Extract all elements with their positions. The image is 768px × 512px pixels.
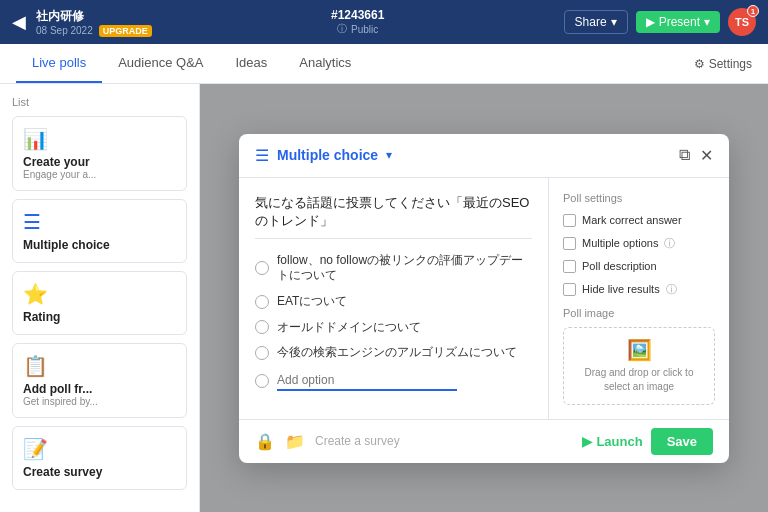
sidebar-item-addpoll-sub: Get inspired by... (23, 396, 176, 407)
setting-row-multiple: Multiple options ⓘ (563, 236, 715, 251)
sidebar-item-add-poll[interactable]: 📋 Add poll fr... Get inspired by... (12, 343, 187, 418)
setting-label-correct: Mark correct answer (582, 214, 682, 226)
modal-header: ☰ Multiple choice ▾ ⧉ ✕ (239, 134, 729, 178)
multiple-options-info-icon: ⓘ (664, 236, 675, 251)
save-button[interactable]: Save (651, 428, 713, 455)
list-icon: ☰ (23, 210, 176, 234)
chart-icon: 📊 (23, 127, 176, 151)
option-text-2: EATについて (277, 294, 347, 310)
sidebar-item-create-sub: Engage your a... (23, 169, 176, 180)
launch-button[interactable]: ▶ Launch (582, 434, 642, 449)
back-icon: ◀ (12, 11, 26, 33)
top-bar-center: #1243661 ⓘ Public (331, 8, 384, 36)
setting-label-hide: Hide live results (582, 283, 660, 295)
image-drop-text: Drag and drop or click to select an imag… (574, 366, 704, 394)
modal-title-area: ☰ Multiple choice ▾ (255, 146, 392, 165)
poll-image-label: Poll image (563, 307, 715, 319)
option-text-3: オールドドメインについて (277, 320, 421, 336)
modal-overlay: ☰ Multiple choice ▾ ⧉ ✕ 気になる話題に投票してください「… (200, 84, 768, 512)
modal-right-panel: Poll settings Mark correct answer Multip… (549, 178, 729, 419)
workspace-name: 社内研修 (36, 8, 152, 25)
setting-checkbox-description[interactable] (563, 260, 576, 273)
avatar-badge: 1 (747, 5, 759, 17)
setting-checkbox-correct[interactable] (563, 214, 576, 227)
setting-checkbox-multiple[interactable] (563, 237, 576, 250)
setting-row-description: Poll description (563, 260, 715, 273)
clipboard-icon: 📋 (23, 354, 176, 378)
top-bar-left: ◀ 社内研修 08 Sep 2022 UPGRADE (12, 8, 152, 37)
sidebar-item-multiple-choice[interactable]: ☰ Multiple choice (12, 199, 187, 263)
setting-checkbox-hide[interactable] (563, 283, 576, 296)
top-bar-right: Share ▾ ▶ Present ▾ TS 1 (564, 8, 756, 36)
option-row-4: 今後の検索エンジンのアルゴリズムについて (255, 345, 532, 361)
survey-folder-icon: 📁 (285, 432, 305, 451)
upgrade-badge[interactable]: UPGRADE (99, 25, 152, 37)
setting-row-hide: Hide live results ⓘ (563, 282, 715, 297)
option-text-4: 今後の検索エンジンのアルゴリズムについて (277, 345, 517, 361)
star-icon: ⭐ (23, 282, 176, 306)
tab-audience-qa[interactable]: Audience Q&A (102, 44, 219, 83)
sidebar-item-create[interactable]: 📊 Create your Engage your a... (12, 116, 187, 191)
option-radio-2[interactable] (255, 295, 269, 309)
launch-play-icon: ▶ (582, 434, 592, 449)
notes-icon: 📝 (23, 437, 176, 461)
modal-left-panel: 気になる話題に投票してください「最近のSEOのトレンド」 follow、no f… (239, 178, 549, 419)
modal: ☰ Multiple choice ▾ ⧉ ✕ 気になる話題に投票してください「… (239, 134, 729, 463)
footer-left: 🔒 📁 Create a survey (255, 432, 400, 451)
setting-row-correct: Mark correct answer (563, 214, 715, 227)
settings-link[interactable]: ⚙ Settings (694, 57, 752, 71)
setting-label-multiple: Multiple options (582, 237, 658, 249)
add-option-input[interactable] (277, 371, 457, 391)
multiple-choice-icon: ☰ (255, 146, 269, 165)
sidebar-item-survey-title: Create survey (23, 465, 176, 479)
image-drop-icon: 🖼️ (627, 338, 652, 362)
create-survey-button[interactable]: Create a survey (315, 434, 400, 448)
option-radio-4[interactable] (255, 346, 269, 360)
option-radio-add (255, 374, 269, 388)
footer-right: ▶ Launch Save (582, 428, 713, 455)
present-button[interactable]: ▶ Present ▾ (636, 11, 720, 33)
avatar[interactable]: TS 1 (728, 8, 756, 36)
question-text: 気になる話題に投票してください「最近のSEOのトレンド」 (255, 194, 532, 239)
option-row-2: EATについて (255, 294, 532, 310)
sidebar-item-create-survey[interactable]: 📝 Create survey (12, 426, 187, 490)
option-text-1: follow、no followの被リンクの評価アップデートについて (277, 253, 532, 284)
sidebar: List 📊 Create your Engage your a... ☰ Mu… (0, 84, 200, 512)
copy-icon[interactable]: ⧉ (679, 146, 690, 164)
poll-status: ⓘ Public (337, 22, 378, 36)
sidebar-item-create-title: Create your (23, 155, 176, 169)
tabs: Live polls Audience Q&A Ideas Analytics (16, 44, 367, 83)
hide-results-info-icon: ⓘ (666, 282, 677, 297)
share-chevron-icon: ▾ (611, 15, 617, 29)
back-button[interactable]: ◀ (12, 11, 26, 33)
option-radio-3[interactable] (255, 320, 269, 334)
modal-type-chevron-icon[interactable]: ▾ (386, 148, 392, 162)
add-option-row (255, 371, 532, 391)
option-radio-1[interactable] (255, 261, 269, 275)
option-row-3: オールドドメインについて (255, 320, 532, 336)
poll-id: #1243661 (331, 8, 384, 22)
tab-ideas[interactable]: Ideas (219, 44, 283, 83)
tab-bar: Live polls Audience Q&A Ideas Analytics … (0, 44, 768, 84)
image-drop-area[interactable]: 🖼️ Drag and drop or click to select an i… (563, 327, 715, 405)
top-bar: ◀ 社内研修 08 Sep 2022 UPGRADE #1243661 ⓘ Pu… (0, 0, 768, 44)
present-chevron-icon: ▾ (704, 15, 710, 29)
sidebar-item-rating-title: Rating (23, 310, 176, 324)
lock-icon: 🔒 (255, 432, 275, 451)
tab-analytics[interactable]: Analytics (283, 44, 367, 83)
share-button[interactable]: Share ▾ (564, 10, 628, 34)
sidebar-item-rating[interactable]: ⭐ Rating (12, 271, 187, 335)
sidebar-item-addpoll-title: Add poll fr... (23, 382, 176, 396)
workspace-info: 社内研修 08 Sep 2022 UPGRADE (36, 8, 152, 37)
modal-type-label: Multiple choice (277, 147, 378, 163)
modal-header-right: ⧉ ✕ (679, 146, 713, 165)
main-content: List 📊 Create your Engage your a... ☰ Mu… (0, 84, 768, 512)
sidebar-list-label: List (12, 96, 187, 108)
tab-live-polls[interactable]: Live polls (16, 44, 102, 83)
setting-label-description: Poll description (582, 260, 657, 272)
sidebar-item-mc-title: Multiple choice (23, 238, 176, 252)
modal-footer: 🔒 📁 Create a survey ▶ Launch Save (239, 419, 729, 463)
option-row-1: follow、no followの被リンクの評価アップデートについて (255, 253, 532, 284)
poll-settings-label: Poll settings (563, 192, 715, 204)
close-icon[interactable]: ✕ (700, 146, 713, 165)
